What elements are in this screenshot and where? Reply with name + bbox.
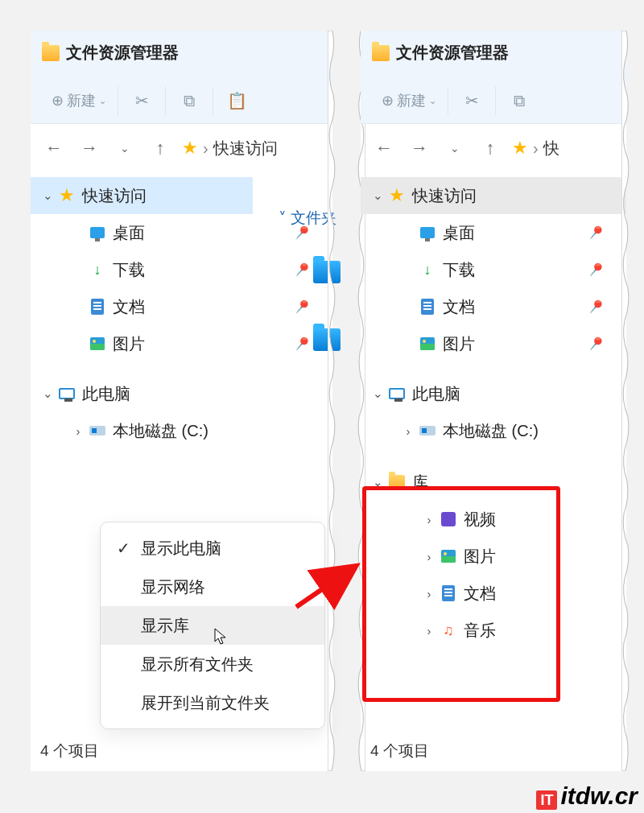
label: 显示此电脑 <box>141 538 221 559</box>
back-button[interactable]: ← <box>370 138 398 159</box>
tree-pictures[interactable]: 图片 📍 <box>31 325 332 362</box>
header: 文件资源管理器 ⊕ 新建 ⌄ ✂ ⧉ <box>361 31 626 124</box>
breadcrumb[interactable]: ★ › 快速访问 <box>182 138 278 159</box>
breadcrumb-sep: › <box>203 139 208 158</box>
pc-icon <box>389 388 405 399</box>
label: 快速访问 <box>82 185 147 207</box>
drive-icon <box>89 426 105 435</box>
explorer-right-panel: 文件资源管理器 ⊕ 新建 ⌄ ✂ ⧉ ← → ⌄ ↑ ★ › 快 ⌄ ★ 快速访… <box>361 31 626 771</box>
tree-desktop[interactable]: 桌面 📍 <box>361 214 626 251</box>
label: 快速访问 <box>412 185 477 207</box>
toolbar: ⊕ 新建 ⌄ ✂ ⧉ <box>361 78 543 123</box>
star-icon: ★ <box>512 138 528 159</box>
tree-downloads[interactable]: ↓ 下载 📍 <box>361 251 626 288</box>
star-icon: ★ <box>59 185 75 206</box>
star-icon: ★ <box>389 185 405 206</box>
window-title: 文件资源管理器 <box>396 42 509 64</box>
paste-icon: 📋 <box>225 91 249 110</box>
new-button[interactable]: ⊕ 新建 ⌄ <box>40 86 118 115</box>
pc-icon <box>59 388 75 399</box>
label: 桌面 <box>113 222 145 244</box>
toolbar: ⊕ 新建 ⌄ ✂ ⧉ 📋 <box>31 78 260 123</box>
scissors-icon: ✂ <box>460 91 484 110</box>
breadcrumb-quick-access: 快速访问 <box>213 138 278 159</box>
watermark-tag: IT <box>536 790 557 810</box>
tree-pictures[interactable]: 图片 📍 <box>361 325 626 362</box>
tree-local-disk[interactable]: › 本地磁盘 (C:) <box>31 412 332 449</box>
label: 显示库 <box>141 615 189 637</box>
history-dropdown[interactable]: ⌄ <box>111 142 138 155</box>
header: 文件资源管理器 ⊕ 新建 ⌄ ✂ ⧉ 📋 <box>31 31 332 124</box>
highlight-box <box>362 486 560 702</box>
label: 显示网络 <box>141 576 205 598</box>
status-bar: 4 个项目 <box>370 741 429 761</box>
pin-icon: 📍 <box>583 221 608 246</box>
pin-icon: 📍 <box>583 258 608 283</box>
label: 图片 <box>113 333 145 355</box>
status-bar: 4 个项目 <box>40 741 99 761</box>
chevron-down-icon: ⌄ <box>369 188 386 203</box>
up-button[interactable]: ↑ <box>477 138 504 159</box>
drive-icon <box>419 426 436 435</box>
up-button[interactable]: ↑ <box>147 138 174 159</box>
forward-button[interactable]: → <box>406 138 433 159</box>
chevron-right-icon: › <box>69 424 87 438</box>
nav-tree: ⌄ ★ 快速访问 桌面 📍 ↓ 下载 📍 文档 📍 图片 📍 ⌄ 此电脑 <box>31 172 332 449</box>
pictures-icon <box>420 337 435 350</box>
tree-desktop[interactable]: 桌面 📍 <box>31 214 332 251</box>
document-icon <box>421 299 434 315</box>
label: 此电脑 <box>412 383 460 405</box>
tree-this-pc[interactable]: ⌄ 此电脑 <box>31 375 332 412</box>
chevron-right-icon: › <box>399 424 417 438</box>
download-icon: ↓ <box>417 262 438 279</box>
tree-downloads[interactable]: ↓ 下载 📍 <box>31 251 332 288</box>
ctx-show-all-folders[interactable]: 显示所有文件夹 <box>101 645 324 683</box>
label: 下载 <box>443 259 475 281</box>
copy-button[interactable]: ⧉ <box>496 87 543 115</box>
pictures-icon <box>90 337 105 350</box>
folder-icon <box>372 45 390 61</box>
pin-icon: 📍 <box>583 332 608 357</box>
copy-icon: ⧉ <box>177 92 201 110</box>
label: 文档 <box>443 296 475 318</box>
cursor-icon <box>214 628 227 646</box>
label: 展开到当前文件夹 <box>141 692 270 714</box>
forward-button[interactable]: → <box>76 138 103 159</box>
tree-this-pc[interactable]: ⌄ 此电脑 <box>361 375 626 412</box>
navbar: ← → ⌄ ↑ ★ › 快速访问 <box>31 124 332 172</box>
paste-button[interactable]: 📋 <box>213 86 260 115</box>
copy-button[interactable]: ⧉ <box>166 87 213 115</box>
ctx-expand-to-current[interactable]: 展开到当前文件夹 <box>101 683 324 722</box>
new-button[interactable]: ⊕ 新建 ⌄ <box>370 86 448 115</box>
pin-icon: 📍 <box>289 258 314 283</box>
breadcrumb-quick-access: 快 <box>543 138 559 159</box>
window-title: 文件资源管理器 <box>66 42 179 64</box>
breadcrumb-sep: › <box>533 139 539 158</box>
annotation-arrow <box>288 559 361 615</box>
scissors-icon: ✂ <box>130 91 154 110</box>
tree-documents[interactable]: 文档 📍 <box>31 288 332 325</box>
tree-local-disk[interactable]: › 本地磁盘 (C:) <box>361 412 626 449</box>
pin-icon: 📍 <box>583 295 608 320</box>
breadcrumb[interactable]: ★ › 快 <box>512 138 559 159</box>
label: 文档 <box>113 296 145 318</box>
label: 图片 <box>443 333 475 355</box>
tree-quick-access[interactable]: ⌄ ★ 快速访问 <box>31 177 253 214</box>
label: 下载 <box>113 259 145 281</box>
history-dropdown[interactable]: ⌄ <box>441 142 469 155</box>
chevron-down-icon: ⌄ <box>429 96 436 106</box>
back-button[interactable]: ← <box>40 138 68 159</box>
cut-button[interactable]: ✂ <box>448 86 496 115</box>
label: 显示所有文件夹 <box>141 654 254 675</box>
download-icon: ↓ <box>87 262 108 279</box>
plus-icon: ⊕ <box>52 92 64 109</box>
navbar: ← → ⌄ ↑ ★ › 快 <box>361 124 626 172</box>
chevron-down-icon: ⌄ <box>99 96 106 106</box>
tree-documents[interactable]: 文档 📍 <box>361 288 626 325</box>
label: 本地磁盘 (C:) <box>113 420 208 442</box>
watermark-text: itdw.cr <box>560 782 638 810</box>
tree-quick-access[interactable]: ⌄ ★ 快速访问 <box>361 177 626 214</box>
cut-button[interactable]: ✂ <box>118 86 166 115</box>
pin-icon: 📍 <box>289 221 314 246</box>
chevron-down-icon: ⌄ <box>39 188 56 203</box>
